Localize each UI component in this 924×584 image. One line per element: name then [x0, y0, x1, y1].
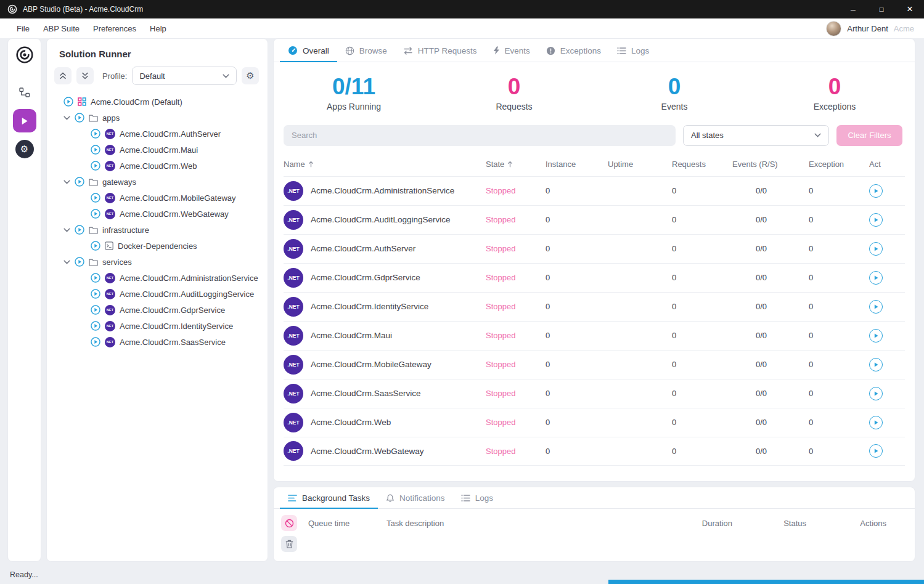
collapse-all-button[interactable]: [54, 67, 72, 84]
runner-settings-button[interactable]: ⚙: [242, 67, 259, 84]
user-name: Arthur Dent: [847, 24, 888, 33]
tree-item-acme-cloudcrm-auditloggingservice[interactable]: NETAcme.CloudCrm.AuditLoggingService: [47, 286, 268, 302]
tree-item-acme-cloudcrm-mobilegateway[interactable]: NETAcme.CloudCrm.MobileGateway: [47, 190, 268, 206]
instance-cell: 0: [546, 302, 608, 311]
tree-item-docker-dependencies[interactable]: Docker-Dependencies: [47, 238, 268, 254]
tree-item-acme-cloudcrm-gdprservice[interactable]: NETAcme.CloudCrm.GdprService: [47, 302, 268, 318]
avatar[interactable]: [826, 21, 841, 36]
profile-select[interactable]: Default: [132, 67, 237, 85]
exceptions-cell: 0: [809, 389, 869, 398]
expand-all-button[interactable]: [76, 67, 94, 84]
column-header-uptime[interactable]: Uptime: [608, 160, 672, 169]
exceptions-cell: 0: [809, 186, 869, 195]
table-row[interactable]: .NETAcme.CloudCrm.IdentityServiceStopped…: [284, 292, 905, 321]
tab-background-tasks[interactable]: Background Tasks: [280, 487, 378, 509]
dotnet-icon: .NET: [284, 384, 303, 404]
table-row[interactable]: .NETAcme.CloudCrm.GdprServiceStopped000/…: [284, 263, 905, 292]
table-row[interactable]: .NETAcme.CloudCrm.MobileGatewayStopped00…: [284, 350, 905, 379]
tree-item-acme-cloudcrm-administrationservice[interactable]: NETAcme.CloudCrm.AdministrationService: [47, 270, 268, 286]
name-cell: .NETAcme.CloudCrm.Maui: [284, 326, 486, 346]
tree-item-acme-cloudcrm-default[interactable]: Acme.CloudCrm (Default): [47, 94, 268, 110]
tab-overall[interactable]: Overall: [280, 39, 337, 62]
tab-logs[interactable]: Logs: [453, 487, 501, 509]
tree-item-acme-cloudcrm-authserver[interactable]: NETAcme.CloudCrm.AuthServer: [47, 126, 268, 142]
table-row[interactable]: .NETAcme.CloudCrm.WebGatewayStopped000/0…: [284, 437, 905, 466]
start-service-button[interactable]: [869, 300, 883, 314]
dotnet-icon: NET: [105, 161, 115, 171]
start-service-button[interactable]: [869, 329, 883, 343]
abp-logo-icon: [15, 45, 35, 65]
dotnet-icon: NET: [105, 129, 115, 139]
table-header: NameStateInstanceUptimeRequestsEvents (R…: [284, 156, 905, 176]
tree-item-acme-cloudcrm-webgateway[interactable]: NETAcme.CloudCrm.WebGateway: [47, 206, 268, 222]
column-label: Act: [869, 160, 881, 169]
start-service-button[interactable]: [869, 213, 883, 227]
start-service-button[interactable]: [869, 184, 883, 198]
table-row[interactable]: .NETAcme.CloudCrm.AdministrationServiceS…: [284, 176, 905, 205]
clear-tasks-button[interactable]: [281, 536, 297, 552]
menu-file[interactable]: File: [10, 24, 36, 33]
menu-preferences[interactable]: Preferences: [86, 24, 143, 33]
start-service-button[interactable]: [869, 358, 883, 371]
collapse-all-icon: [59, 72, 67, 79]
dotnet-icon: NET: [105, 209, 115, 219]
start-service-button[interactable]: [869, 416, 883, 429]
tab-exceptions[interactable]: Exceptions: [538, 39, 609, 62]
menu-items: FileABP SuitePreferencesHelp: [10, 24, 173, 33]
search-input[interactable]: [284, 125, 676, 146]
table-row[interactable]: .NETAcme.CloudCrm.SaasServiceStopped000/…: [284, 379, 905, 408]
tab-label: Exceptions: [560, 46, 601, 55]
tab-http-requests[interactable]: HTTP Requests: [395, 39, 485, 62]
tab-label: Browse: [359, 46, 387, 55]
tab-label: Notifications: [399, 493, 445, 503]
column-header-instance[interactable]: Instance: [546, 160, 608, 169]
start-service-button[interactable]: [869, 242, 883, 256]
user-menu[interactable]: Arthur Dent Acme: [826, 21, 914, 36]
tab-browse[interactable]: Browse: [337, 39, 395, 62]
tree-item-infrastructure[interactable]: infrastructure: [47, 222, 268, 238]
column-label: Instance: [546, 160, 576, 169]
play-circle-icon: [91, 193, 100, 203]
services-table: NameStateInstanceUptimeRequestsEvents (R…: [274, 156, 915, 481]
maximize-button[interactable]: □: [867, 0, 896, 18]
tree-item-services[interactable]: services: [47, 254, 268, 270]
column-header-act[interactable]: Act: [869, 160, 905, 169]
tree-item-acme-cloudcrm-web[interactable]: NETAcme.CloudCrm.Web: [47, 158, 268, 174]
tab-logs[interactable]: Logs: [609, 39, 657, 62]
console-icon: [105, 241, 113, 250]
close-button[interactable]: ×: [896, 0, 924, 18]
tab-notifications[interactable]: Notifications: [378, 487, 453, 509]
state-filter-select[interactable]: All states: [683, 125, 829, 146]
clear-filters-button[interactable]: Clear Filters: [836, 125, 902, 146]
settings-button[interactable]: ⚙: [13, 137, 36, 161]
stat-value: 0: [594, 75, 754, 100]
cancel-task-button[interactable]: [281, 515, 297, 531]
tree-item-label: Acme.CloudCrm.AdministrationService: [120, 274, 258, 283]
table-row[interactable]: .NETAcme.CloudCrm.AuthServerStopped000/0…: [284, 234, 905, 263]
menu-help[interactable]: Help: [143, 24, 173, 33]
tree-item-apps[interactable]: apps: [47, 110, 268, 126]
titlebar: ABP Studio (Beta) - Acme.CloudCrm –□×: [0, 0, 924, 18]
tab-events[interactable]: Events: [485, 39, 538, 62]
column-header-events-r-s[interactable]: Events (R/S): [732, 160, 809, 169]
column-header-requests[interactable]: Requests: [672, 160, 732, 169]
start-service-button[interactable]: [869, 444, 883, 458]
column-label: Events (R/S): [732, 160, 778, 169]
table-row[interactable]: .NETAcme.CloudCrm.WebStopped000/00: [284, 408, 905, 437]
column-header-name[interactable]: Name: [284, 160, 486, 169]
tree-item-acme-cloudcrm-maui[interactable]: NETAcme.CloudCrm.Maui: [47, 142, 268, 158]
start-service-button[interactable]: [869, 387, 883, 400]
menu-abp-suite[interactable]: ABP Suite: [36, 24, 86, 33]
start-service-button[interactable]: [869, 271, 883, 285]
tree-item-acme-cloudcrm-identityservice[interactable]: NETAcme.CloudCrm.IdentityService: [47, 318, 268, 334]
column-header-state[interactable]: State: [486, 160, 546, 169]
table-row[interactable]: .NETAcme.CloudCrm.MauiStopped000/00: [284, 321, 905, 350]
minimize-button[interactable]: –: [839, 0, 867, 18]
tree-item-acme-cloudcrm-saasservice[interactable]: NETAcme.CloudCrm.SaasService: [47, 334, 268, 350]
solution-runner-button[interactable]: [13, 109, 36, 132]
table-row[interactable]: .NETAcme.CloudCrm.AuditLoggingServiceSto…: [284, 205, 905, 234]
service-name: Acme.CloudCrm.Maui: [311, 331, 392, 340]
solution-explorer-button[interactable]: [13, 81, 36, 104]
tree-item-gateways[interactable]: gateways: [47, 174, 268, 190]
column-header-exception[interactable]: Exception: [809, 160, 869, 169]
